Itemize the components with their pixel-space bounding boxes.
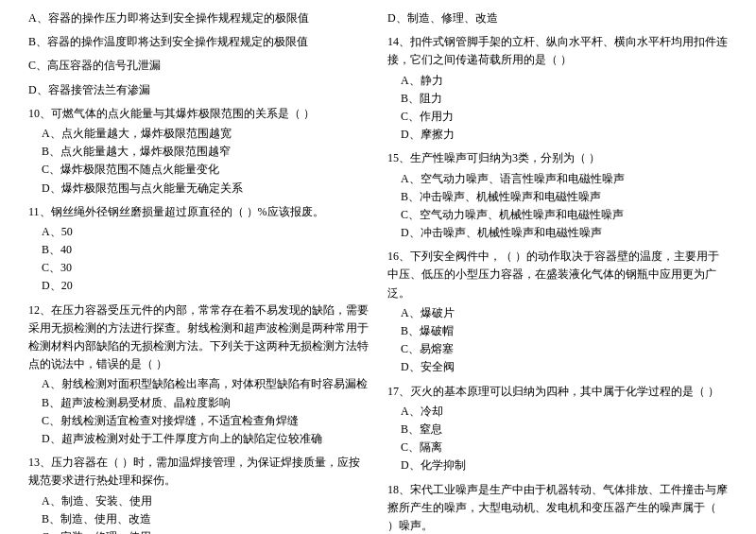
q11-option-a: A、50 [28,223,369,241]
left-item-c: C、高压容器的信号孔泄漏 [28,57,369,75]
q11-text: 11、钢丝绳外径钢丝磨损量超过原直径的（ ）%应该报废。 [28,203,369,221]
question-10: 10、可燃气体的点火能量与其爆炸极限范围的关系是（ ） A、点火能量越大，爆炸极… [28,105,369,198]
q10-text: 10、可燃气体的点火能量与其爆炸极限范围的关系是（ ） [28,105,369,123]
page-content: A、容器的操作压力即将达到安全操作规程规定的极限值 B、容器的操作温度即将达到安… [28,9,728,534]
left-text-a: A、容器的操作压力即将达到安全操作规程规定的极限值 [28,9,369,27]
q17-option-a: A、冷却 [387,403,728,421]
q17-option-d: D、化学抑制 [387,456,728,474]
q10-option-d: D、爆炸极限范围与点火能量无确定关系 [28,180,369,198]
q12-option-b: B、超声波检测易受材质、晶粒度影响 [28,394,369,412]
q10-option-a: A、点火能量越大，爆炸极限范围越宽 [28,125,369,143]
q11-option-b: B、40 [28,241,369,259]
q17-option-c: C、隔离 [387,439,728,456]
q14-option-a: A、静力 [387,72,728,90]
q10-option-b: B、点火能量越大，爆炸极限范围越窄 [28,143,369,161]
question-14: 14、扣件式钢管脚手架的立杆、纵向水平杆、横向水平杆均用扣件连接，它们之间传递荷… [387,33,728,144]
left-text-d: D、容器接管法兰有渗漏 [28,81,369,99]
left-item-a: A、容器的操作压力即将达到安全操作规程规定的极限值 [28,9,369,27]
q12-option-c: C、射线检测适宜检查对接焊缝，不适宜检查角焊缝 [28,412,369,430]
question-16: 16、下列安全阀件中，（ ）的动作取决于容器壁的温度，主要用于中压、低压的小型压… [387,248,728,376]
right-item-d: D、制造、修理、改造 [387,9,728,27]
q15-option-a: A、空气动力噪声、语言性噪声和电磁性噪声 [387,170,728,188]
q18-text: 18、宋代工业噪声是生产中由于机器转动、气体排放、工件撞击与摩擦所产生的噪声，大… [387,481,728,535]
q17-text: 17、灭火的基本原理可以归纳为四种，其中属于化学过程的是（ ） [387,383,728,401]
q16-option-a: A、爆破片 [387,304,728,322]
q15-option-d: D、冲击噪声、机械性噪声和电磁性噪声 [387,224,728,242]
q12-text: 12、在压力容器受压元件的内部，常常存在着不易发现的缺陷，需要采用无损检测的方法… [28,301,369,374]
left-item-b: B、容器的操作温度即将达到安全操作规程规定的极限值 [28,33,369,51]
q16-option-b: B、爆破帽 [387,322,728,340]
q17-option-b: B、窒息 [387,421,728,439]
question-18: 18、宋代工业噪声是生产中由于机器转动、气体排放、工件撞击与摩擦所产生的噪声，大… [387,481,728,535]
left-text-b: B、容器的操作温度即将达到安全操作规程规定的极限值 [28,33,369,51]
q14-option-c: C、作用力 [387,108,728,126]
q13-option-b: B、制造、使用、改造 [28,510,369,528]
q13-option-a: A、制造、安装、使用 [28,492,369,510]
q16-option-c: C、易熔塞 [387,340,728,358]
q15-option-c: C、空气动力噪声、机械性噪声和电磁性噪声 [387,206,728,224]
q14-option-d: D、摩擦力 [387,126,728,144]
q16-text: 16、下列安全阀件中，（ ）的动作取决于容器壁的温度，主要用于中压、低压的小型压… [387,248,728,302]
left-column: A、容器的操作压力即将达到安全操作规程规定的极限值 B、容器的操作温度即将达到安… [28,9,369,534]
question-15: 15、生产性噪声可归纳为3类，分别为（ ） A、空气动力噪声、语言性噪声和电磁性… [387,149,728,242]
left-item-d: D、容器接管法兰有渗漏 [28,81,369,99]
q14-text: 14、扣件式钢管脚手架的立杆、纵向水平杆、横向水平杆均用扣件连接，它们之间传递荷… [387,33,728,69]
question-17: 17、灭火的基本原理可以归纳为四种，其中属于化学过程的是（ ） A、冷却 B、窒… [387,383,728,475]
q12-option-d: D、超声波检测对处于工件厚度方向上的缺陷定位较准确 [28,430,369,448]
q11-option-d: D、20 [28,277,369,295]
question-13: 13、压力容器在（ ）时，需加温焊接管理，为保证焊接质量，应按规范要求进行热处理… [28,454,369,534]
right-text-d: D、制造、修理、改造 [387,9,728,27]
q13-option-c: C、安装、修理、使用 [28,528,369,534]
q12-option-a: A、射线检测对面积型缺陷检出率高，对体积型缺陷有时容易漏检 [28,375,369,393]
question-11: 11、钢丝绳外径钢丝磨损量超过原直径的（ ）%应该报废。 A、50 B、40 C… [28,203,369,296]
q13-text: 13、压力容器在（ ）时，需加温焊接管理，为保证焊接质量，应按规范要求进行热处理… [28,454,369,490]
left-text-c: C、高压容器的信号孔泄漏 [28,57,369,75]
right-column: D、制造、修理、改造 14、扣件式钢管脚手架的立杆、纵向水平杆、横向水平杆均用扣… [387,9,728,534]
q15-option-b: B、冲击噪声、机械性噪声和电磁性噪声 [387,188,728,206]
q16-option-d: D、安全阀 [387,358,728,376]
q11-option-c: C、30 [28,259,369,277]
question-12: 12、在压力容器受压元件的内部，常常存在着不易发现的缺陷，需要采用无损检测的方法… [28,301,369,449]
q14-option-b: B、阻力 [387,90,728,108]
q15-text: 15、生产性噪声可归纳为3类，分别为（ ） [387,149,728,167]
q10-option-c: C、爆炸极限范围不随点火能量变化 [28,161,369,179]
